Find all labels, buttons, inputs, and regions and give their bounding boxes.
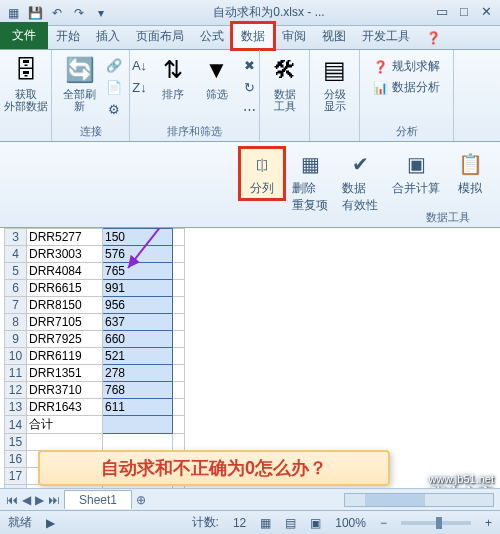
data-analysis-button[interactable]: 📊数据分析 (373, 79, 440, 96)
cell[interactable]: 768 (103, 382, 173, 399)
cell[interactable] (173, 229, 185, 246)
row-header[interactable]: 4 (5, 246, 27, 263)
table-row[interactable]: 14合计 (5, 416, 185, 434)
zoom-slider[interactable] (401, 521, 471, 525)
cell[interactable] (103, 434, 173, 451)
cell[interactable] (173, 399, 185, 416)
cell[interactable]: 765 (103, 263, 173, 280)
row-header[interactable]: 13 (5, 399, 27, 416)
data-validation-button[interactable]: ✔ 数据 有效性 (336, 148, 384, 216)
sort-asc-icon[interactable]: A↓ (131, 56, 149, 74)
row-header[interactable]: 10 (5, 348, 27, 365)
zoom-level[interactable]: 100% (335, 516, 366, 530)
tab-home[interactable]: 开始 (48, 24, 88, 49)
undo-icon[interactable]: ↶ (48, 4, 66, 22)
cell[interactable]: DRR6119 (27, 348, 103, 365)
cell[interactable] (173, 348, 185, 365)
consolidate-button[interactable]: ▣ 合并计算 (386, 148, 446, 199)
advanced-icon[interactable]: ⋯ (241, 100, 259, 118)
cell[interactable]: DRR7105 (27, 314, 103, 331)
cell[interactable] (173, 331, 185, 348)
table-row[interactable]: 15 (5, 434, 185, 451)
properties-icon[interactable]: 📄 (105, 78, 123, 96)
zoom-in-icon[interactable]: + (485, 516, 492, 530)
cell[interactable]: 521 (103, 348, 173, 365)
cell[interactable] (173, 297, 185, 314)
table-row[interactable]: 11DRR1351278 (5, 365, 185, 382)
new-sheet-icon[interactable]: ⊕ (136, 493, 146, 507)
qat-more-icon[interactable]: ▾ (92, 4, 110, 22)
table-row[interactable]: 12DRR3710768 (5, 382, 185, 399)
cell[interactable]: 637 (103, 314, 173, 331)
filter-button[interactable]: ▼ 筛选 (197, 52, 237, 102)
zoom-out-icon[interactable]: − (380, 516, 387, 530)
table-row[interactable]: 3DRR5277150 (5, 229, 185, 246)
cell[interactable]: 合计 (27, 416, 103, 434)
row-header[interactable]: 9 (5, 331, 27, 348)
cell[interactable] (103, 416, 173, 434)
row-header[interactable]: 11 (5, 365, 27, 382)
solver-button[interactable]: ❓规划求解 (373, 58, 440, 75)
row-header[interactable]: 5 (5, 263, 27, 280)
table-row[interactable]: 10DRR6119521 (5, 348, 185, 365)
tab-view[interactable]: 视图 (314, 24, 354, 49)
cell[interactable]: 611 (103, 399, 173, 416)
data-tools-button[interactable]: 🛠 数据工具 (265, 52, 305, 114)
whatif-button[interactable]: 📋 模拟 (448, 148, 492, 199)
row-header[interactable]: 14 (5, 416, 27, 434)
tab-help[interactable]: ❓ (418, 27, 449, 49)
clear-filter-icon[interactable]: ✖ (241, 56, 259, 74)
cell[interactable] (173, 314, 185, 331)
macro-icon[interactable]: ▶ (46, 516, 55, 530)
redo-icon[interactable]: ↷ (70, 4, 88, 22)
row-header[interactable]: 12 (5, 382, 27, 399)
cell[interactable]: 660 (103, 331, 173, 348)
cell[interactable]: 991 (103, 280, 173, 297)
cell[interactable]: DRR6615 (27, 280, 103, 297)
table-row[interactable]: 7DRR8150956 (5, 297, 185, 314)
sheet-tab-sheet1[interactable]: Sheet1 (64, 490, 132, 509)
refresh-all-button[interactable]: 🔄 全部刷新 (58, 52, 101, 118)
connections-icon[interactable]: 🔗 (105, 56, 123, 74)
table-row[interactable]: 4DRR3003576 (5, 246, 185, 263)
save-icon[interactable]: 💾 (26, 4, 44, 22)
cell[interactable] (27, 434, 103, 451)
prev-sheet-icon[interactable]: ◀ (22, 493, 31, 507)
cell[interactable]: DRR3710 (27, 382, 103, 399)
view-pagebreak-icon[interactable]: ▣ (310, 516, 321, 530)
tab-data[interactable]: 数据 (232, 23, 274, 49)
cell[interactable] (173, 382, 185, 399)
cell[interactable] (173, 280, 185, 297)
table-row[interactable]: 8DRR7105637 (5, 314, 185, 331)
tab-review[interactable]: 审阅 (274, 24, 314, 49)
table-row[interactable]: 5DRR4084765 (5, 263, 185, 280)
cell[interactable]: 278 (103, 365, 173, 382)
cell[interactable] (173, 416, 185, 434)
next-sheet-icon[interactable]: ▶ (35, 493, 44, 507)
minimize-icon[interactable]: ▭ (432, 5, 452, 21)
view-layout-icon[interactable]: ▤ (285, 516, 296, 530)
remove-duplicates-button[interactable]: ▦ 删除 重复项 (286, 148, 334, 216)
row-header[interactable]: 3 (5, 229, 27, 246)
tab-file[interactable]: 文件 (0, 22, 48, 49)
tab-formulas[interactable]: 公式 (192, 24, 232, 49)
cell[interactable]: 576 (103, 246, 173, 263)
table-row[interactable]: 13DRR1643611 (5, 399, 185, 416)
cell[interactable]: DRR1351 (27, 365, 103, 382)
row-header[interactable]: 16 (5, 451, 27, 468)
sort-desc-icon[interactable]: Z↓ (131, 78, 149, 96)
table-row[interactable]: 9DRR7925660 (5, 331, 185, 348)
cell[interactable]: DRR1643 (27, 399, 103, 416)
tab-pagelayout[interactable]: 页面布局 (128, 24, 192, 49)
cell[interactable]: DRR8150 (27, 297, 103, 314)
row-header[interactable]: 15 (5, 434, 27, 451)
sort-button[interactable]: ⇅ 排序 (153, 52, 193, 102)
row-header[interactable]: 7 (5, 297, 27, 314)
tab-insert[interactable]: 插入 (88, 24, 128, 49)
cell[interactable]: DRR3003 (27, 246, 103, 263)
cell[interactable]: 956 (103, 297, 173, 314)
edit-links-icon[interactable]: ⚙ (105, 100, 123, 118)
last-sheet-icon[interactable]: ⏭ (48, 493, 60, 507)
cell[interactable]: DRR4084 (27, 263, 103, 280)
row-header[interactable]: 17 (5, 468, 27, 485)
